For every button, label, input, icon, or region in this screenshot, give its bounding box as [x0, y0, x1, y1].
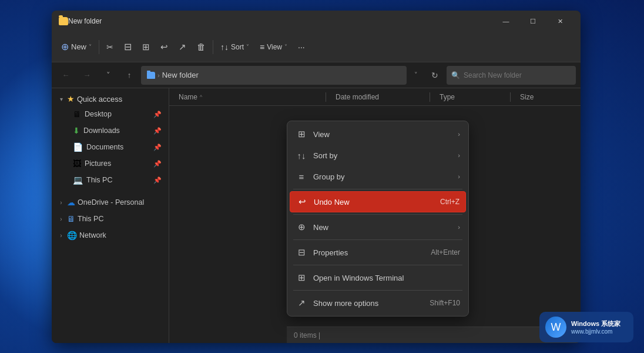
close-button[interactable]: ✕	[546, 11, 573, 32]
context-menu: ⊞ View › ↑↓ Sort by › ≡ Group by › ↩	[287, 121, 469, 317]
minimize-button[interactable]: —	[492, 11, 519, 32]
ctx-separator-3	[293, 239, 462, 240]
downloads-icon: ⬇	[73, 126, 80, 135]
search-placeholder: Search New folder	[464, 71, 522, 79]
address-bar: ← → ˅ ↑ › New folder ˅ ↻ 🔍 Search New fo…	[52, 62, 581, 88]
more-button[interactable]: ···	[293, 36, 310, 58]
column-date[interactable]: Date modified	[336, 93, 430, 101]
view-arrow-icon: ›	[458, 131, 460, 138]
sidebar-item-documents[interactable]: 📄 Documents 📌	[54, 139, 166, 155]
new-arrow-icon: ›	[458, 224, 460, 231]
thispc-label: This PC	[78, 215, 103, 223]
column-size[interactable]: Size	[520, 93, 534, 101]
column-type[interactable]: Type	[440, 93, 510, 101]
search-box[interactable]: 🔍 Search New folder	[447, 66, 576, 85]
maximize-button[interactable]: ☐	[519, 11, 546, 32]
groupby-ctx-icon: ≡	[296, 172, 307, 182]
desktop-pin-icon: 📌	[153, 111, 162, 118]
paste-icon: ⊞	[142, 42, 150, 52]
context-menu-new[interactable]: ⊕ New ›	[290, 217, 466, 238]
sortby-ctx-icon: ↑↓	[296, 151, 307, 161]
onedrive-label: OneDrive - Personal	[78, 198, 144, 207]
quick-access-section: ▾ ★ Quick access 🖥 Desktop 📌 ⬇ Downloads…	[52, 91, 169, 189]
watermark-text-block: Windows 系统家 www.bjjmlv.com	[571, 319, 620, 335]
new-label: New	[71, 42, 86, 51]
context-menu-sortby[interactable]: ↑↓ Sort by ›	[290, 145, 466, 166]
context-menu-properties[interactable]: ⊟ Properties Alt+Enter	[290, 242, 466, 263]
onedrive-icon: ☁	[67, 198, 75, 207]
quick-access-expand-icon: ▾	[58, 96, 65, 102]
context-menu-more-options[interactable]: ↗ Show more options Shift+F10	[290, 292, 466, 314]
status-bar: 0 items |	[287, 327, 581, 343]
pictures-pin-icon: 📌	[153, 160, 162, 168]
groupby-arrow-icon: ›	[458, 173, 460, 180]
title-bar: New folder — ☐ ✕	[52, 11, 581, 32]
delete-button[interactable]: 🗑	[192, 36, 210, 58]
cut-icon: ✂	[106, 42, 113, 52]
pictures-label: Pictures	[85, 159, 111, 168]
sort-label: Sort	[231, 43, 244, 51]
new-button[interactable]: ⊕ New ˅	[56, 36, 96, 58]
sidebar-item-thispc-qa[interactable]: 💻 This PC 📌	[54, 172, 166, 188]
documents-icon: 📄	[73, 142, 83, 152]
window-title: New folder	[68, 17, 492, 25]
refresh-button[interactable]: ↻	[425, 66, 444, 85]
explorer-window: New folder — ☐ ✕ ⊕ New ˅ ✂ ⊟ ⊞ ↩ ↗ 🗑	[52, 11, 581, 343]
forward-button[interactable]: →	[78, 66, 96, 85]
context-menu-terminal[interactable]: ⊞ Open in Windows Terminal	[290, 267, 466, 288]
sidebar-item-downloads[interactable]: ⬇ Downloads 📌	[54, 122, 166, 139]
context-menu-undo-new[interactable]: ↩ Undo New Ctrl+Z	[290, 191, 466, 212]
col-divider-2	[430, 92, 430, 102]
rename-icon: ↩	[160, 42, 168, 52]
pictures-icon: 🖼	[73, 159, 81, 168]
sidebar-item-desktop[interactable]: 🖥 Desktop 📌	[54, 106, 166, 122]
ctx-separator-5	[293, 290, 462, 291]
documents-label: Documents	[86, 143, 123, 151]
sidebar-item-network[interactable]: › 🌐 Network	[54, 227, 166, 244]
new-chevron-icon: ˅	[89, 44, 92, 50]
view-button[interactable]: ≡ View ˅	[255, 36, 292, 58]
desktop-label: Desktop	[85, 110, 112, 118]
address-path[interactable]: › New folder	[141, 66, 407, 85]
watermark-url: www.bjjmlv.com	[571, 328, 620, 335]
new-ctx-icon: ⊕	[296, 222, 307, 232]
thispc-qa-icon: 💻	[73, 175, 83, 185]
back-button[interactable]: ←	[56, 66, 75, 85]
path-folder-icon	[147, 72, 155, 79]
sidebar-item-thispc[interactable]: › 🖥 This PC	[54, 211, 166, 227]
context-menu-view[interactable]: ⊞ View ›	[290, 124, 466, 145]
delete-icon: 🗑	[197, 42, 206, 52]
sort-button[interactable]: ↑↓ Sort ˅	[216, 36, 254, 58]
share-icon: ↗	[179, 42, 186, 52]
thispc-expand-icon: ›	[58, 216, 65, 222]
thispc-pin-icon: 📌	[153, 176, 162, 184]
quick-access-header[interactable]: ▾ ★ Quick access	[54, 92, 166, 106]
sidebar: ▾ ★ Quick access 🖥 Desktop 📌 ⬇ Downloads…	[52, 88, 169, 343]
status-text: 0 items |	[294, 331, 320, 339]
sortby-arrow-icon: ›	[458, 152, 460, 159]
ctx-separator-4	[293, 265, 462, 265]
quick-access-star-icon: ★	[67, 94, 75, 104]
recent-button[interactable]: ˅	[99, 66, 118, 85]
watermark-title: Windows 系统家	[571, 319, 620, 328]
more-options-ctx-icon: ↗	[296, 298, 307, 308]
copy-button[interactable]: ⊟	[119, 36, 136, 58]
share-button[interactable]: ↗	[174, 36, 191, 58]
path-chevron-button[interactable]: ˅	[409, 66, 423, 85]
sidebar-item-onedrive[interactable]: › ☁ OneDrive - Personal	[54, 194, 166, 211]
toolbar-separator-2	[213, 40, 213, 54]
network-icon: 🌐	[67, 231, 77, 240]
toolbar-separator-1	[99, 40, 99, 54]
watermark-logo: W	[545, 317, 566, 338]
paste-button[interactable]: ⊞	[137, 36, 155, 58]
context-menu-groupby[interactable]: ≡ Group by ›	[290, 166, 466, 187]
view-ctx-icon: ⊞	[296, 129, 307, 139]
column-name[interactable]: Name ^	[179, 93, 326, 101]
sidebar-item-pictures[interactable]: 🖼 Pictures 📌	[54, 155, 166, 172]
cut-button[interactable]: ✂	[102, 36, 118, 58]
path-separator: ›	[157, 72, 160, 79]
rename-button[interactable]: ↩	[156, 36, 173, 58]
up-button[interactable]: ↑	[120, 66, 139, 85]
col-divider-1	[326, 92, 326, 102]
view-icon: ≡	[260, 42, 264, 52]
